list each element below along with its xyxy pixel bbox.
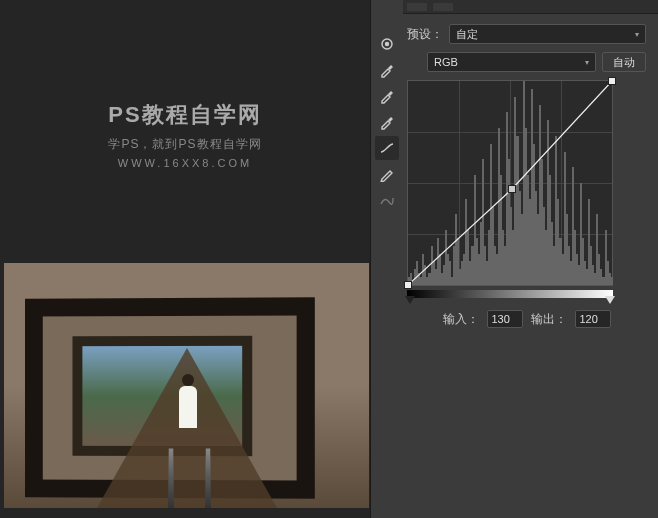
preset-row: 预设： 自定 ▾ bbox=[407, 24, 646, 44]
canvas-area: PS教程自学网 学PS，就到PS教程自学网 WWW.16XX8.COM bbox=[0, 0, 370, 518]
curve-smooth-icon[interactable] bbox=[375, 136, 399, 160]
curves-panel-body: 预设： 自定 ▾ RGB ▾ 自动 bbox=[403, 0, 658, 518]
channel-row: RGB ▾ 自动 bbox=[407, 52, 646, 72]
rail-right bbox=[205, 449, 211, 508]
railroad-tracks bbox=[97, 348, 277, 508]
curves-graph[interactable] bbox=[407, 80, 613, 286]
chevron-down-icon: ▾ bbox=[635, 30, 639, 39]
panel-tab[interactable] bbox=[433, 3, 453, 11]
input-gradient-strip bbox=[407, 290, 613, 298]
document-image bbox=[4, 263, 369, 508]
curve-point[interactable] bbox=[404, 281, 412, 289]
chevron-down-icon: ▾ bbox=[585, 58, 589, 67]
preset-label: 预设： bbox=[407, 26, 443, 43]
input-value-field[interactable] bbox=[487, 310, 523, 328]
input-output-row: 输入： 输出： bbox=[407, 310, 646, 328]
preset-value: 自定 bbox=[456, 27, 478, 42]
panel-tab[interactable] bbox=[407, 3, 427, 11]
watermark-url: WWW.16XX8.COM bbox=[0, 157, 370, 169]
watermark-title: PS教程自学网 bbox=[0, 100, 370, 130]
output-value-field[interactable] bbox=[575, 310, 611, 328]
panel-header bbox=[403, 0, 658, 14]
curve-point[interactable] bbox=[608, 77, 616, 85]
output-label: 输出： bbox=[531, 311, 567, 328]
input-label: 输入： bbox=[443, 311, 479, 328]
watermark-subtitle: 学PS，就到PS教程自学网 bbox=[0, 136, 370, 153]
eyedropper-white-icon[interactable] bbox=[375, 110, 399, 134]
curve-line bbox=[408, 81, 612, 285]
preset-select[interactable]: 自定 ▾ bbox=[449, 24, 646, 44]
curve-pencil-icon[interactable] bbox=[375, 162, 399, 186]
eyedropper-gray-icon[interactable] bbox=[375, 84, 399, 108]
channel-select[interactable]: RGB ▾ bbox=[427, 52, 596, 72]
eyedropper-black-icon[interactable] bbox=[375, 58, 399, 82]
white-point-slider[interactable] bbox=[605, 296, 615, 304]
rail-left bbox=[168, 449, 174, 508]
person-figure bbox=[179, 386, 197, 428]
curves-tool-column bbox=[371, 0, 403, 518]
smooth-curve-icon[interactable] bbox=[375, 188, 399, 212]
curve-point[interactable] bbox=[508, 185, 516, 193]
black-point-slider[interactable] bbox=[405, 296, 415, 304]
target-adjust-icon[interactable] bbox=[375, 32, 399, 56]
channel-value: RGB bbox=[434, 56, 458, 68]
watermark: PS教程自学网 学PS，就到PS教程自学网 WWW.16XX8.COM bbox=[0, 100, 370, 169]
svg-point-1 bbox=[386, 43, 389, 46]
auto-button[interactable]: 自动 bbox=[602, 52, 646, 72]
curves-panel: 预设： 自定 ▾ RGB ▾ 自动 bbox=[370, 0, 658, 518]
